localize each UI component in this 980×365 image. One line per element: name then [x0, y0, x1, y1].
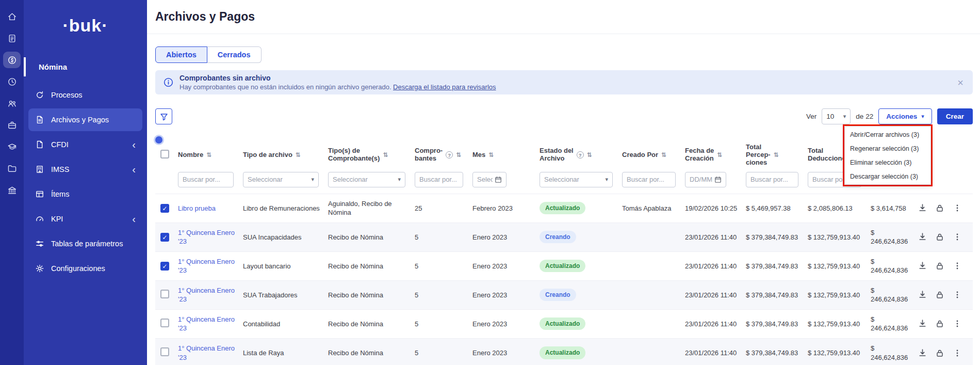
file-name-link[interactable]: Libro prueba: [178, 204, 216, 212]
filter-input-comprobantes[interactable]: [415, 172, 463, 187]
lock-icon[interactable]: [934, 260, 946, 272]
actions-button-label: Acciones: [886, 113, 917, 120]
actions-menu-item[interactable]: Regenerar selección (3): [845, 141, 930, 155]
chevron-down-icon: ▾: [398, 177, 401, 182]
download-icon[interactable]: [916, 318, 928, 330]
row-checkbox[interactable]: [160, 347, 169, 356]
chevron-left-icon[interactable]: ‹: [132, 214, 136, 224]
lock-icon[interactable]: [934, 231, 946, 243]
file-name-link[interactable]: 1° Quincena Enero '23: [178, 344, 235, 361]
file-name-link[interactable]: 1° Quincena Enero '23: [178, 258, 235, 275]
create-button[interactable]: Crear: [937, 108, 973, 124]
column-label: Creado Por: [622, 151, 658, 159]
sidebar-item-tablas-de-parametros[interactable]: Tablas de parámetros: [28, 232, 142, 255]
file-name-link[interactable]: 1° Quincena Enero '23: [178, 315, 235, 332]
filter-select-tipo-archivo[interactable]: Seleccionar▾: [243, 172, 319, 187]
row-checkbox[interactable]: ✓: [160, 233, 169, 242]
calendar-icon: [495, 176, 502, 183]
sort-icon[interactable]: ⇅: [774, 151, 779, 158]
actions-menu-item[interactable]: Descargar selección (3): [845, 169, 930, 183]
filter-input-creado-por[interactable]: [622, 172, 676, 187]
sidebar-item-archivos-y-pagos[interactable]: Archivos y Pagos: [28, 108, 142, 131]
kebab-icon[interactable]: [951, 260, 963, 272]
chevron-left-icon[interactable]: ‹: [132, 164, 136, 174]
graduation-cap-icon[interactable]: [3, 138, 21, 155]
download-icon[interactable]: [916, 346, 928, 359]
sidebar-item-label: Archivos y Pagos: [51, 116, 109, 124]
sidebar-item-configuraciones[interactable]: Configuraciones: [28, 257, 142, 280]
actions-button[interactable]: Acciones ▾: [878, 108, 932, 124]
kebab-icon[interactable]: [951, 289, 963, 301]
lock-icon[interactable]: [934, 347, 946, 359]
download-icon[interactable]: [916, 260, 928, 272]
sort-icon[interactable]: ⇅: [488, 151, 494, 158]
column-label: Total Percep- ciones: [746, 144, 771, 167]
row-checkbox[interactable]: [160, 290, 169, 298]
filter-date-mes[interactable]: Seleccionar: [472, 172, 507, 187]
sidebar-item-imss[interactable]: IMSS‹: [28, 158, 142, 181]
bank-icon[interactable]: [3, 182, 21, 198]
sidebar-item-kpi[interactable]: KPI‹: [28, 208, 142, 230]
filter-input-nombre[interactable]: [178, 172, 234, 187]
total-deducciones-cell: $ 2,085,806.13: [803, 194, 865, 223]
sort-icon[interactable]: ⇅: [717, 151, 722, 158]
sort-icon[interactable]: ⇅: [456, 151, 461, 158]
folder-icon[interactable]: [3, 160, 21, 177]
help-icon[interactable]: ?: [577, 151, 584, 158]
people-icon[interactable]: [3, 95, 21, 112]
column-header-total-percepciones[interactable]: Total Percep- ciones⇅: [741, 140, 803, 170]
chevron-left-icon[interactable]: ‹: [132, 139, 136, 150]
column-header-estado-archivo[interactable]: Estado del Archivo?⇅: [534, 140, 617, 170]
column-header-tipo-archivo[interactable]: Tipo de archivo⇅: [238, 140, 323, 170]
column-header-nombre[interactable]: Nombre⇅: [173, 140, 238, 170]
kebab-icon[interactable]: [951, 347, 963, 359]
filter-select-tipos-comprobante[interactable]: Seleccionar▾: [328, 172, 405, 187]
row-checkbox[interactable]: [160, 319, 169, 327]
sidebar-item-cfdi[interactable]: CFDI‹: [28, 133, 142, 156]
filter-input-total-percepciones[interactable]: [746, 172, 798, 187]
home-icon[interactable]: [3, 8, 21, 25]
sort-icon[interactable]: ⇅: [206, 151, 211, 158]
column-header-mes[interactable]: Mes⇅: [467, 140, 534, 170]
filter-date-fecha-creacion[interactable]: DD/MM/AAAA: [685, 172, 726, 187]
banner-download-link[interactable]: Descarga el listado para revisarlos: [393, 83, 496, 91]
coin-icon[interactable]: [3, 52, 21, 68]
filter-select-estado-archivo[interactable]: Seleccionar▾: [540, 172, 613, 187]
tab-abiertos[interactable]: Abiertos: [155, 46, 207, 63]
kebab-icon[interactable]: [951, 231, 963, 243]
kebab-icon[interactable]: [951, 318, 963, 330]
column-header-fecha-creacion[interactable]: Fecha de Creación⇅: [680, 140, 741, 170]
page-size-select[interactable]: 10 ▾: [822, 108, 851, 124]
sort-icon[interactable]: ⇅: [296, 151, 301, 158]
download-icon[interactable]: [916, 202, 928, 214]
clipboard-icon[interactable]: [3, 30, 21, 46]
tab-cerrados[interactable]: Cerrados: [207, 46, 262, 63]
actions-menu-item[interactable]: Eliminar selección (3): [845, 155, 930, 169]
file-name-link[interactable]: 1° Quincena Enero '23: [178, 229, 235, 246]
lock-icon[interactable]: [934, 202, 946, 214]
sort-icon[interactable]: ⇅: [383, 151, 388, 158]
sidebar-item-items[interactable]: Ítems: [28, 183, 142, 205]
select-all-checkbox[interactable]: [160, 150, 169, 158]
sort-icon[interactable]: ⇅: [661, 151, 666, 158]
filter-button[interactable]: [155, 108, 172, 124]
download-icon[interactable]: [916, 231, 928, 243]
row-checkbox[interactable]: ✓: [160, 262, 169, 271]
column-header-creado-por[interactable]: Creado Por⇅: [617, 140, 680, 170]
sidebar-item-procesos[interactable]: Procesos: [28, 84, 142, 106]
lock-icon[interactable]: [934, 318, 946, 330]
filter-select-value: Seleccionar: [333, 176, 368, 183]
row-checkbox[interactable]: ✓: [160, 204, 169, 213]
lock-icon[interactable]: [934, 289, 946, 301]
file-name-link[interactable]: 1° Quincena Enero '23: [178, 287, 235, 304]
download-icon[interactable]: [916, 289, 928, 301]
briefcase-icon[interactable]: [3, 117, 21, 133]
column-header-comprobantes[interactable]: Compro- bantes?⇅: [410, 140, 467, 170]
clock-icon[interactable]: [3, 73, 21, 90]
actions-menu-item[interactable]: Abrir/Cerrar archivos (3): [845, 128, 930, 141]
close-icon[interactable]: ×: [957, 77, 963, 88]
column-header-tipos-comprobante[interactable]: Tipo(s) de Comprobante(s)⇅: [323, 140, 410, 170]
sort-icon[interactable]: ⇅: [587, 151, 592, 158]
kebab-icon[interactable]: [951, 202, 963, 214]
help-icon[interactable]: ?: [446, 151, 453, 158]
